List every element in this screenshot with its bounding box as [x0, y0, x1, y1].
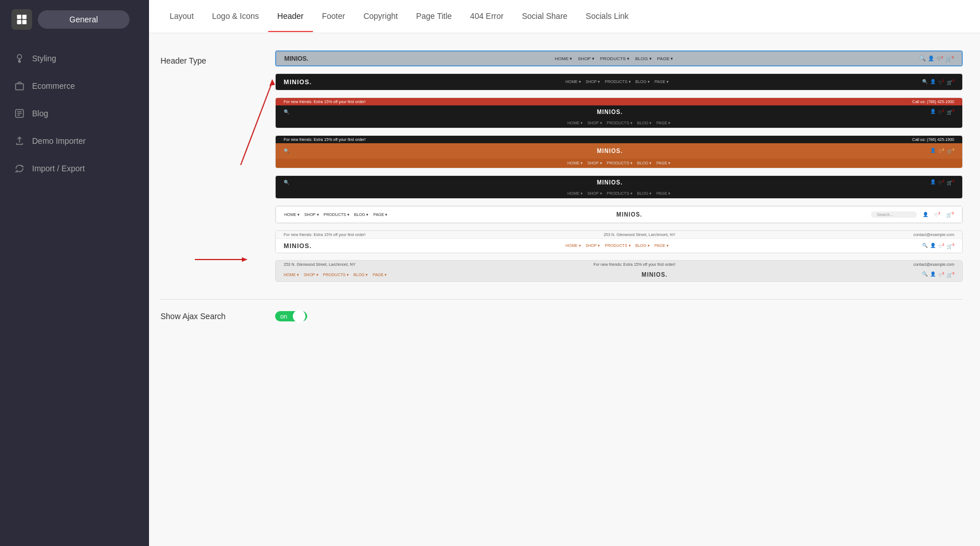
header-preview-3[interactable]: For new friends: Extra 15% off your firs…	[275, 97, 963, 128]
svg-marker-11	[269, 79, 275, 86]
header-preview-6[interactable]: HOME ▾SHOP ▾PRODUCTS ▾BLOG ▾PAGE ▾ MINIO…	[275, 206, 963, 223]
toggle-on-text: on	[277, 313, 289, 320]
preview3-topbar: For new friends: Extra 15% off your firs…	[276, 98, 962, 105]
sidebar-item-ecommerce[interactable]: Ecommerce	[0, 72, 149, 100]
preview2-nav: HOME ▾SHOP ▾PRODUCTS ▾BLOG ▾PAGE ▾	[566, 80, 669, 84]
preview4-topbar: For new friends: Extra 15% off your firs…	[276, 136, 962, 143]
svg-rect-2	[17, 20, 22, 25]
svg-marker-13	[242, 257, 248, 262]
sidebar-item-demo-importer[interactable]: Demo Importer	[0, 127, 149, 155]
tab-header[interactable]: Header	[268, 1, 313, 32]
refresh-icon	[14, 163, 25, 174]
sidebar-logo-area: General	[0, 0, 149, 39]
preview2-icons: 🔍👤♡2🛒3	[922, 79, 954, 85]
sidebar-nav: Styling Ecommerce Blog	[0, 39, 149, 188]
sidebar-label-ecommerce: Ecommerce	[32, 81, 75, 91]
ajax-search-row: Show Ajax Search on	[160, 305, 963, 327]
preview2-logo: MINIOS.	[284, 78, 312, 85]
tab-socials-link[interactable]: Socials Link	[577, 1, 638, 32]
tab-social-share[interactable]: Social Share	[513, 1, 577, 32]
upload-icon	[14, 135, 25, 147]
svg-line-10	[241, 82, 272, 165]
preview6-nav: HOME ▾SHOP ▾PRODUCTS ▾BLOG ▾PAGE ▾	[284, 213, 387, 217]
tab-logo-icons[interactable]: Logo & Icons	[203, 1, 268, 32]
sidebar-label-styling: Styling	[32, 54, 56, 63]
tab-copyright[interactable]: Copyright	[354, 1, 407, 32]
sidebar-label-import-export: Import / Export	[32, 164, 85, 173]
preview4-logo: MINIOS.	[597, 148, 622, 154]
ajax-search-label: Show Ajax Search	[160, 312, 264, 321]
header-previews: MINIOS. HOME ▾SHOP ▾PRODUCTS ▾BLOG ▾PAGE…	[275, 50, 963, 282]
header-type-label: Header Type	[160, 50, 264, 65]
header-preview-4[interactable]: For new friends: Extra 15% off your firs…	[275, 135, 963, 168]
shop-icon	[14, 80, 25, 92]
sidebar-item-styling[interactable]: Styling	[0, 45, 149, 72]
preview5-logo: MINIOS.	[597, 179, 622, 186]
preview1-icons: 🔍👤♡2🛒3	[919, 56, 954, 62]
sidebar-item-blog[interactable]: Blog	[0, 100, 149, 127]
brand-button[interactable]: General	[38, 10, 130, 29]
sidebar-label-blog: Blog	[32, 109, 48, 118]
preview1-nav: HOME ▾SHOP ▾PRODUCTS ▾BLOG ▾PAGE ▾	[555, 56, 673, 61]
main-area: Layout Logo & Icons Header Footer Copyri…	[149, 0, 980, 546]
ajax-search-toggle[interactable]: on	[275, 311, 307, 321]
sidebar-label-demo-importer: Demo Importer	[32, 136, 85, 146]
header-preview-7[interactable]: For new friends: Extra 15% off your firs…	[275, 230, 963, 253]
header-preview-2[interactable]: MINIOS. HOME ▾SHOP ▾PRODUCTS ▾BLOG ▾PAGE…	[275, 73, 963, 91]
divider	[160, 299, 963, 300]
preview7-logo: MINIOS.	[284, 242, 312, 249]
header-preview-8[interactable]: 253 N. Glenwood Street, Larchmont, NY Fo…	[275, 260, 963, 282]
preview3-left-icons: 🔍	[284, 109, 289, 115]
preview3-right-icons: 👤♡2🛒3	[930, 109, 954, 115]
preview8-nav: HOME ▾SHOP ▾PRODUCTS ▾BLOG ▾PAGE ▾	[284, 273, 387, 277]
svg-rect-1	[22, 15, 27, 19]
sidebar: General Styling Ecommerce	[0, 0, 149, 546]
preview6-right: Search... 👤 ♡2 🛒3	[871, 211, 954, 218]
preview3-logo: MINIOS.	[597, 109, 622, 115]
top-nav: Layout Logo & Icons Header Footer Copyri…	[149, 0, 980, 33]
toggle-knob	[293, 310, 305, 323]
preview3-nav: HOME ▾SHOP ▾PRODUCTS ▾BLOG ▾PAGE ▾	[567, 121, 671, 125]
tab-page-title[interactable]: Page Title	[407, 1, 461, 32]
svg-rect-3	[22, 20, 27, 25]
arrow-overlay	[160, 50, 287, 291]
tab-layout[interactable]: Layout	[160, 1, 203, 32]
preview7-topbar: For new friends: Extra 15% off your firs…	[276, 231, 962, 239]
blog-icon	[14, 108, 25, 119]
preview1-logo: MINIOS.	[284, 55, 308, 62]
sidebar-item-import-export[interactable]: Import / Export	[0, 155, 149, 182]
tab-footer[interactable]: Footer	[313, 1, 354, 32]
content-area: Header Type MINIOS.	[149, 33, 980, 546]
header-type-section: Header Type MINIOS.	[160, 50, 963, 282]
svg-point-4	[17, 54, 22, 59]
svg-rect-0	[17, 15, 22, 19]
preview6-logo: MINIOS.	[617, 211, 642, 218]
preview7-nav: HOME ▾SHOP ▾PRODUCTS ▾BLOG ▾PAGE ▾	[566, 243, 669, 248]
preview8-topbar: 253 N. Glenwood Street, Larchmont, NY Fo…	[276, 261, 962, 268]
header-preview-5[interactable]: 🔍 MINIOS. 👤♡2🛒3 HOME ▾SHOP ▾PRODUCTS ▾BL…	[275, 175, 963, 199]
paint-icon	[14, 53, 25, 64]
preview8-logo: MINIOS.	[642, 272, 668, 278]
header-preview-1[interactable]: MINIOS. HOME ▾SHOP ▾PRODUCTS ▾BLOG ▾PAGE…	[275, 50, 963, 66]
logo-icon	[11, 9, 32, 30]
tab-404-error[interactable]: 404 Error	[461, 1, 512, 32]
svg-rect-5	[15, 84, 23, 90]
